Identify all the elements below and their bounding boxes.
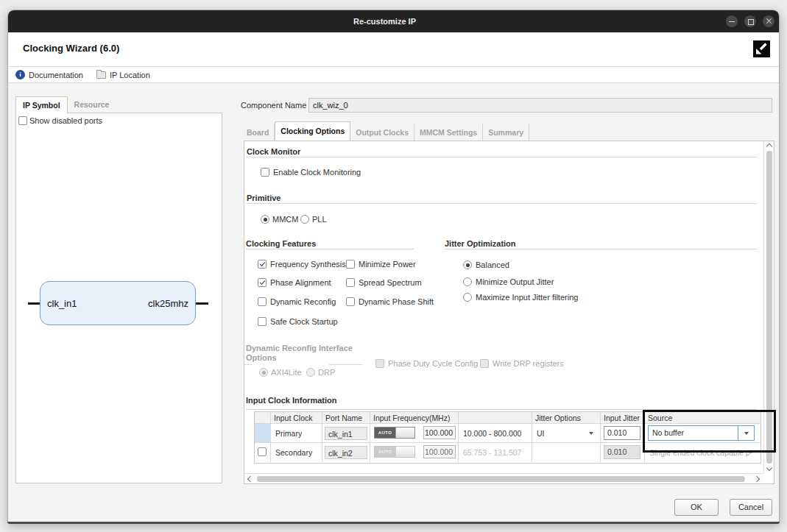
- divider: [246, 249, 414, 249]
- scroll-down-icon[interactable]: [766, 465, 772, 471]
- maximize-button[interactable]: [744, 15, 756, 27]
- safe-clock-startup-label: Safe Clock Startup: [270, 317, 338, 326]
- row2-input-jitter: 0.010: [601, 443, 645, 462]
- dynamic-reconfig-heading-line2: Options: [246, 353, 277, 362]
- minimize-button[interactable]: [726, 15, 738, 27]
- divider: [329, 364, 362, 365]
- tab-output-clocks[interactable]: Output Clocks: [350, 124, 414, 141]
- wizard-title: Clocking Wizard (6.0): [23, 43, 119, 54]
- pll-radio[interactable]: [300, 215, 309, 224]
- vertical-scroll-thumb[interactable]: [766, 151, 772, 464]
- phase-alignment-checkbox[interactable]: [258, 278, 267, 287]
- window-controls: [726, 15, 774, 27]
- row2-selector[interactable]: [255, 443, 271, 462]
- divider: [246, 409, 757, 410]
- ip-symbol-block: clk_in1 clk25mhz: [40, 281, 196, 325]
- spread-spectrum-checkbox[interactable]: [346, 278, 355, 287]
- titlebar[interactable]: Re-customize IP: [8, 10, 779, 32]
- col-source: Source: [645, 412, 760, 424]
- minimize-output-jitter-radio[interactable]: [463, 277, 472, 286]
- minimize-output-jitter-label: Minimize Output Jitter: [476, 277, 554, 286]
- dynamic-phase-shift-checkbox[interactable]: [346, 297, 355, 306]
- row1-selector[interactable]: [255, 424, 271, 443]
- clock-monitor-heading: Clock Monitor: [247, 147, 300, 156]
- axi4lite-label: AXI4Lite: [271, 368, 302, 377]
- maximize-icon: [748, 19, 754, 25]
- input-clock-table: Input Clock Port Name Input Frequency(MH…: [254, 411, 761, 464]
- dynamic-reconfig-heading-line1: Dynamic Reconfig Interface: [246, 344, 353, 352]
- scroll-left-icon[interactable]: [247, 476, 253, 482]
- enable-clock-monitoring-checkbox[interactable]: [261, 168, 269, 177]
- row2-frequency-range: 65.753 - 131.507: [459, 443, 532, 462]
- maximize-input-jitter-radio[interactable]: [463, 293, 472, 302]
- row2-source-cell: Single ended clock capable p: [645, 443, 760, 462]
- frequency-synthesis-checkbox[interactable]: [258, 260, 267, 269]
- row1-frequency-cell: AUTO 100.000: [370, 424, 459, 443]
- mmcm-radio[interactable]: [261, 215, 269, 224]
- scroll-up-icon[interactable]: [766, 143, 772, 149]
- row1-frequency-value[interactable]: 100.000: [423, 426, 456, 439]
- input-port-label: clk_in1: [47, 298, 77, 309]
- screen: Re-customize IP Clocking Wizard (6.0) i …: [0, 0, 787, 532]
- frequency-synthesis-label: Frequency Synthesis: [270, 260, 346, 269]
- clocking-features-heading: Clocking Features: [246, 239, 316, 248]
- row1-input-jitter: 0.010: [601, 424, 645, 443]
- cancel-button[interactable]: Cancel: [730, 499, 772, 516]
- row1-auto-toggle[interactable]: AUTO: [374, 427, 415, 439]
- pll-label: PLL: [312, 215, 327, 224]
- source-dropdown-button[interactable]: [738, 426, 754, 440]
- dynamic-reconfig-checkbox[interactable]: [258, 297, 267, 306]
- vertical-scrollbar[interactable]: [763, 141, 774, 473]
- horizontal-scrollbar[interactable]: [244, 473, 763, 483]
- ok-button[interactable]: OK: [674, 499, 719, 516]
- divider: [445, 249, 757, 249]
- row2-port-name: clk_in2: [322, 443, 370, 462]
- tab-summary[interactable]: Summary: [483, 124, 529, 141]
- row1-input-jitter-value[interactable]: 0.010: [604, 426, 640, 440]
- folder-icon: [96, 71, 106, 79]
- divider: [246, 157, 757, 157]
- dynamic-phase-shift-label: Dynamic Phase Shift: [359, 297, 434, 306]
- row1-source-cell: No buffer: [645, 424, 760, 443]
- safe-clock-startup-checkbox[interactable]: [258, 317, 267, 326]
- minimize-icon: [729, 21, 735, 23]
- col-input-frequency: Input Frequency(MHz): [370, 412, 459, 424]
- horizontal-scroll-thumb[interactable]: [257, 476, 745, 482]
- row2-input-clock: Secondary: [271, 443, 322, 462]
- col-input-clock: Input Clock: [271, 412, 322, 424]
- tab-resource[interactable]: Resource: [68, 96, 116, 113]
- show-disabled-ports-checkbox[interactable]: [18, 116, 27, 125]
- drp-radio: [306, 368, 315, 377]
- clocking-options-panel: Clock Monitor Enable Clock Monitoring Pr…: [244, 141, 774, 484]
- divider: [246, 203, 757, 204]
- output-port-stub: [196, 302, 208, 305]
- ip-location-button[interactable]: IP Location: [96, 71, 150, 79]
- jitter-dropdown-icon: [589, 432, 593, 435]
- row1-jitter-options[interactable]: UI: [532, 424, 601, 443]
- spread-spectrum-label: Spread Spectrum: [359, 278, 422, 287]
- source-dropdown-icon-disabled: [749, 451, 753, 454]
- row1-frequency-range: 10.000 - 800.000: [459, 424, 532, 443]
- minimize-power-checkbox[interactable]: [346, 260, 355, 269]
- row1-source-combo[interactable]: No buffer: [648, 425, 755, 441]
- tab-board[interactable]: Board: [241, 124, 275, 141]
- col-range: [459, 412, 532, 424]
- documentation-button[interactable]: i Documentation: [15, 70, 83, 79]
- col-port-name: Port Name: [322, 412, 370, 424]
- divider: [244, 364, 252, 365]
- left-tabs-filler: [116, 96, 222, 113]
- component-name-field[interactable]: clk_wiz_0: [308, 98, 772, 113]
- row1-input-clock: Primary: [271, 424, 322, 443]
- row2-enable-checkbox[interactable]: [258, 447, 267, 456]
- component-name-label: Component Name: [241, 101, 306, 110]
- tab-ip-symbol[interactable]: IP Symbol: [15, 96, 68, 113]
- maximize-input-jitter-label: Maximize Input Jitter filtering: [476, 293, 578, 302]
- tab-clocking-options[interactable]: Clocking Options: [275, 121, 350, 141]
- left-panel-tabs: IP Symbol Resource: [15, 96, 222, 113]
- balanced-radio[interactable]: [463, 260, 472, 269]
- close-button[interactable]: [763, 15, 774, 27]
- scroll-right-icon[interactable]: [754, 476, 760, 482]
- write-drp-registers-label: Write DRP registers: [493, 359, 564, 368]
- tab-mmcm-settings[interactable]: MMCM Settings: [414, 124, 483, 141]
- row2-input-jitter-value: 0.010: [604, 445, 640, 459]
